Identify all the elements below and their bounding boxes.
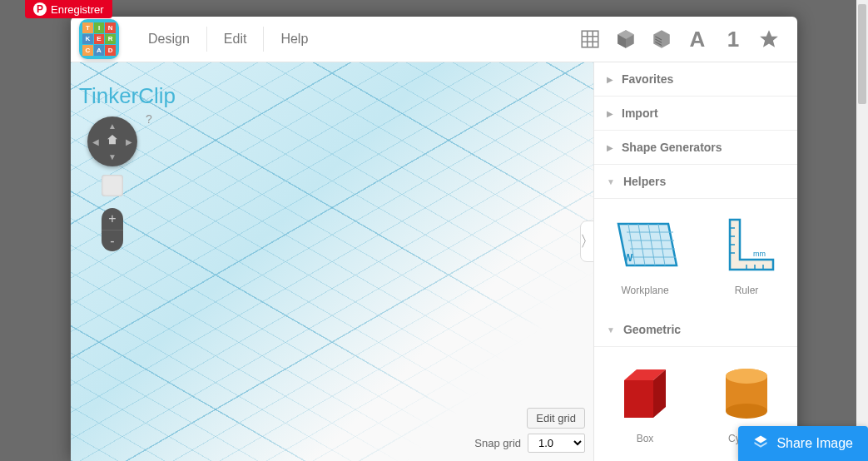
- chevron-right-icon: ▶: [607, 143, 613, 152]
- striped-cube-icon[interactable]: [650, 27, 673, 51]
- chevron-down-icon: ▼: [607, 325, 615, 335]
- workplane-label: Workplane: [621, 285, 668, 296]
- workplane-tool-icon[interactable]: [578, 27, 602, 51]
- app-window: TIN KER CAD Design Edit Help A 1: [71, 17, 797, 461]
- ruler-icon: mm: [713, 211, 780, 278]
- section-import[interactable]: ▶ Import: [594, 97, 797, 131]
- svg-rect-0: [582, 31, 598, 47]
- svg-text:W: W: [623, 252, 633, 264]
- share-image-button[interactable]: Share Image: [738, 426, 868, 461]
- zoom-in-button[interactable]: +: [102, 208, 123, 230]
- section-favorites[interactable]: ▶ Favorites: [594, 62, 797, 97]
- main-area: TinkerClip ▲ ▼ ◀ ▶ ? + - Edit grid: [71, 62, 797, 461]
- pinterest-label: Enregistrer: [51, 3, 104, 16]
- box-label: Box: [637, 433, 654, 444]
- view-orbit-control[interactable]: ▲ ▼ ◀ ▶: [87, 116, 137, 166]
- section-geometric[interactable]: ▼ Geometric: [594, 313, 797, 347]
- orbit-down-icon[interactable]: ▼: [108, 152, 117, 161]
- pinterest-save-button[interactable]: P Enregistrer: [25, 0, 112, 18]
- section-shape-generators[interactable]: ▶ Shape Generators: [594, 131, 797, 165]
- letter-a-icon[interactable]: A: [686, 27, 709, 51]
- pinterest-icon: P: [33, 2, 47, 16]
- orbit-right-icon[interactable]: ▶: [126, 137, 132, 146]
- menu-help[interactable]: Help: [264, 27, 325, 52]
- workplane-icon: W: [612, 211, 678, 278]
- page-scrollbar[interactable]: [856, 0, 868, 461]
- snap-grid-label: Snap grid: [474, 437, 521, 449]
- cube-icon[interactable]: [614, 27, 637, 51]
- section-helpers[interactable]: ▼ Helpers: [594, 165, 797, 199]
- svg-text:mm: mm: [753, 250, 766, 258]
- chevron-down-icon: ▼: [607, 177, 615, 186]
- orbit-up-icon[interactable]: ▲: [108, 121, 117, 131]
- grid-controls: Edit grid Snap grid 1.0: [474, 408, 585, 453]
- shapes-panel: ▶ Favorites ▶ Import ▶ Shape Generators …: [593, 62, 797, 461]
- canvas-3d[interactable]: TinkerClip ▲ ▼ ◀ ▶ ? + - Edit grid: [71, 62, 593, 461]
- star-icon[interactable]: [757, 27, 781, 51]
- helper-ruler[interactable]: mm Ruler: [713, 211, 780, 296]
- svg-point-32: [726, 369, 767, 384]
- helper-workplane[interactable]: W Workplane: [612, 211, 678, 296]
- main-menu: Design Edit Help: [131, 27, 325, 52]
- layers-icon: [753, 434, 768, 453]
- scrollbar-thumb[interactable]: [858, 4, 866, 104]
- zoom-control: + -: [102, 208, 123, 251]
- zoom-out-button[interactable]: -: [102, 230, 123, 251]
- chevron-right-icon: ▶: [607, 109, 613, 118]
- orbit-left-icon[interactable]: ◀: [92, 137, 99, 146]
- shape-box[interactable]: Box: [612, 359, 678, 444]
- share-label: Share Image: [776, 436, 853, 451]
- svg-marker-26: [624, 380, 653, 418]
- chevron-right-icon: ▶: [607, 75, 613, 84]
- svg-point-31: [726, 404, 767, 419]
- menu-design[interactable]: Design: [131, 27, 207, 52]
- home-view-icon[interactable]: [106, 133, 119, 150]
- edit-grid-button[interactable]: Edit grid: [527, 408, 585, 429]
- help-hint[interactable]: ?: [146, 112, 152, 126]
- menu-edit[interactable]: Edit: [207, 27, 265, 52]
- number-1-icon[interactable]: 1: [722, 27, 745, 51]
- box-icon: [612, 359, 678, 426]
- panel-collapse-handle[interactable]: 〉: [580, 221, 593, 262]
- tinkercad-logo[interactable]: TIN KER CAD: [79, 19, 119, 59]
- document-title[interactable]: TinkerClip: [79, 83, 176, 109]
- top-bar: TIN KER CAD Design Edit Help A 1: [71, 17, 797, 62]
- cylinder-icon: [713, 359, 780, 426]
- snap-grid-select[interactable]: 1.0: [528, 434, 585, 453]
- fit-view-button[interactable]: [102, 175, 123, 196]
- toolbar-right: A 1: [578, 27, 789, 51]
- helpers-body: W Workplane: [594, 199, 797, 313]
- ruler-label: Ruler: [735, 285, 759, 296]
